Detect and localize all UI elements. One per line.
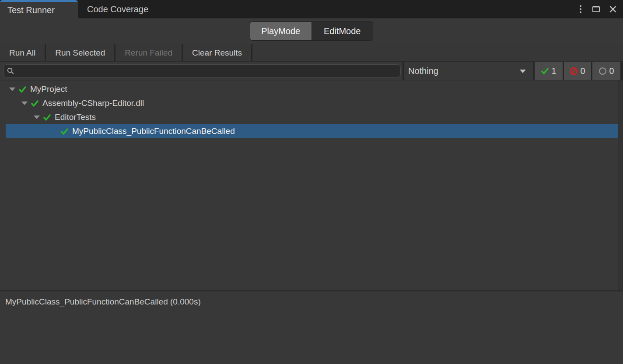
- kebab-menu-icon[interactable]: [577, 4, 584, 15]
- window-tab-bar: Test Runner Code Coverage: [0, 0, 623, 18]
- failed-count: 0: [580, 66, 585, 76]
- playmode-button[interactable]: PlayMode: [250, 22, 312, 40]
- not-run-count: 0: [609, 66, 614, 76]
- mode-toggle-group: PlayMode EditMode: [250, 21, 373, 41]
- tree-row-label: Assembly-CSharp-Editor.dll: [42, 98, 144, 108]
- foldout-triangle-icon[interactable]: [20, 102, 31, 105]
- editmode-button[interactable]: EditMode: [312, 22, 373, 40]
- passed-check-icon: [60, 127, 69, 136]
- tab-test-runner-label: Test Runner: [7, 5, 55, 15]
- rerun-failed-button: Rerun Failed: [116, 44, 182, 61]
- tree-row-assembly[interactable]: Assembly-CSharp-Editor.dll: [6, 96, 618, 110]
- foldout-triangle-icon[interactable]: [32, 116, 43, 119]
- maximize-icon[interactable]: [592, 6, 600, 12]
- toolbar-divider: [251, 44, 252, 61]
- mode-toggle-row: PlayMode EditMode: [0, 18, 623, 44]
- clear-results-button[interactable]: Clear Results: [183, 44, 251, 61]
- test-tree-panel: MyProject Assembly-CSharp-Editor.dll Edi…: [0, 80, 623, 290]
- run-toolbar: Run All Run Selected Rerun Failed Clear …: [0, 44, 623, 62]
- category-filter-dropdown[interactable]: Nothing: [404, 62, 533, 80]
- tree-row-myproject[interactable]: MyProject: [6, 82, 618, 96]
- tab-code-coverage-label: Code Coverage: [87, 4, 148, 14]
- green-check-icon: [541, 67, 549, 75]
- passed-filter-toggle[interactable]: 1: [535, 62, 563, 80]
- foldout-triangle-icon[interactable]: [7, 88, 18, 91]
- gray-circle-icon: [598, 67, 607, 75]
- tree-row-label: MyProject: [30, 84, 67, 94]
- tree-row-editortests[interactable]: EditorTests: [6, 110, 618, 124]
- passed-check-icon: [43, 113, 51, 122]
- run-all-button[interactable]: Run All: [0, 44, 45, 61]
- chevron-down-icon: [520, 70, 526, 73]
- passed-check-icon: [31, 99, 39, 108]
- close-icon[interactable]: [608, 4, 618, 14]
- passed-check-icon: [18, 85, 27, 94]
- tab-code-coverage[interactable]: Code Coverage: [78, 0, 170, 18]
- test-tree: MyProject Assembly-CSharp-Editor.dll Edi…: [6, 82, 618, 138]
- filter-row: Nothing 1 0 0: [0, 62, 623, 80]
- run-selected-button[interactable]: Run Selected: [46, 44, 114, 61]
- tab-test-runner[interactable]: Test Runner: [0, 0, 78, 18]
- tree-row-test-selected[interactable]: MyPublicClass_PublicFunctionCanBeCalled: [6, 124, 618, 138]
- not-run-filter-toggle[interactable]: 0: [592, 62, 620, 80]
- result-counters: 1 0 0: [535, 62, 623, 80]
- tree-row-label: MyPublicClass_PublicFunctionCanBeCalled: [72, 126, 235, 136]
- failed-filter-toggle[interactable]: 0: [564, 62, 591, 80]
- playmode-label: PlayMode: [261, 26, 300, 36]
- search-icon: [7, 67, 15, 75]
- test-result-summary: MyPublicClass_PublicFunctionCanBeCalled …: [5, 297, 618, 307]
- window-controls: [577, 0, 618, 18]
- search-input[interactable]: [4, 64, 401, 77]
- test-detail-panel: MyPublicClass_PublicFunctionCanBeCalled …: [0, 291, 623, 364]
- editmode-label: EditMode: [324, 26, 361, 36]
- category-filter-value: Nothing: [408, 66, 438, 76]
- red-no-entry-icon: [570, 67, 578, 75]
- tree-row-label: EditorTests: [55, 112, 96, 122]
- passed-count: 1: [551, 66, 556, 76]
